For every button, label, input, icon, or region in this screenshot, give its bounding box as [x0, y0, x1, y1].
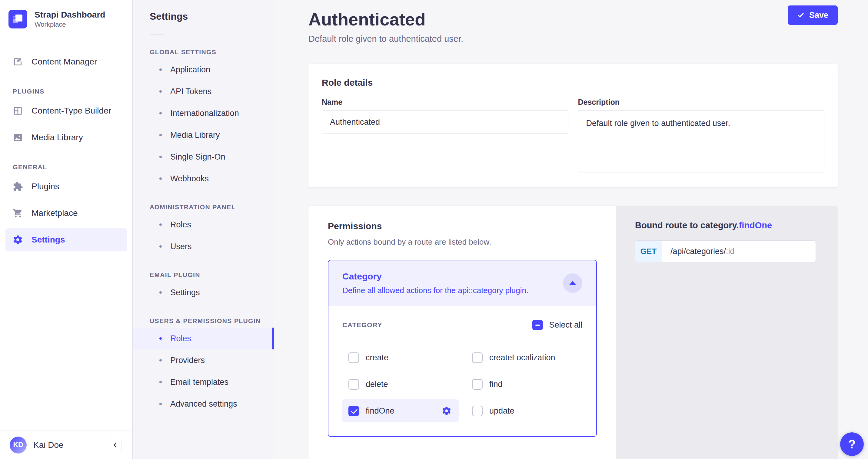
- subnav-item-application[interactable]: Application: [133, 59, 274, 80]
- bound-route-action: findOne: [739, 221, 772, 230]
- findOne-settings-button[interactable]: [442, 406, 452, 416]
- action-create-localization[interactable]: createLocalization: [466, 346, 582, 369]
- name-input[interactable]: [322, 110, 568, 134]
- name-field-group: Name: [322, 98, 568, 174]
- pen-square-icon: [13, 57, 23, 67]
- subnav-section-label: USERS & PERMISSIONS PLUGIN: [150, 317, 274, 325]
- main-sidebar: Strapi Dashboard Workplace Content Manag…: [0, 0, 133, 459]
- strapi-logo-icon: [8, 10, 27, 29]
- action-label: createLocalization: [489, 353, 555, 362]
- action-label: findOne: [366, 406, 395, 416]
- nav-item-label: Content-Type Builder: [32, 106, 111, 116]
- subnav-item-label: API Tokens: [170, 87, 212, 96]
- subnav-section-global-settings: GLOBAL SETTINGS Application API Tokens I…: [133, 48, 274, 190]
- subnav-item-label: Providers: [170, 356, 205, 365]
- collapse-accordion-button[interactable]: [563, 273, 582, 293]
- subnav-item-label: Settings: [170, 288, 200, 297]
- avatar-initials: KD: [13, 441, 23, 449]
- actions-grid: create createLocalization delete fi: [342, 346, 582, 422]
- subnav-item-label: Roles: [170, 334, 191, 343]
- permissions-card: Permissions Only actions bound by a rout…: [308, 206, 616, 459]
- action-find-one[interactable]: findOne: [342, 399, 459, 422]
- route-chip: GET /api/categories/:id: [635, 240, 816, 262]
- category-accordion-header[interactable]: Category Define all allowed actions for …: [329, 260, 596, 306]
- http-method-badge: GET: [635, 241, 662, 262]
- nav-item-content-manager[interactable]: Content Manager: [5, 50, 127, 73]
- permissions-heading: Permissions: [328, 221, 597, 232]
- action-update[interactable]: update: [466, 399, 582, 422]
- main-content: Authenticated Default role given to auth…: [274, 0, 868, 459]
- nav-item-marketplace[interactable]: Marketplace: [5, 202, 127, 225]
- subnav-section-administration-panel: ADMINISTRATION PANEL Roles Users: [133, 203, 274, 257]
- route-path-param: :id: [726, 247, 735, 256]
- subnav-item-admin-roles[interactable]: Roles: [133, 214, 274, 235]
- create-checkbox[interactable]: [348, 353, 359, 363]
- subnav-item-label: Webhooks: [170, 174, 209, 184]
- nav-item-content-type-builder[interactable]: Content-Type Builder: [5, 99, 127, 122]
- question-mark-icon: ?: [848, 437, 856, 451]
- picture-icon: [13, 132, 23, 142]
- collapse-sidebar-button[interactable]: [109, 437, 122, 453]
- find-checkbox[interactable]: [472, 379, 483, 390]
- check-icon: [797, 11, 804, 19]
- nav-item-media-library[interactable]: Media Library: [5, 126, 127, 149]
- nav-item-settings[interactable]: Settings: [5, 228, 127, 251]
- action-delete[interactable]: delete: [342, 373, 459, 396]
- route-path: /api/categories/:id: [662, 241, 743, 262]
- accordion-description: Define all allowed actions for the api::…: [342, 285, 528, 295]
- subnav-item-internationalization[interactable]: Internationalization: [133, 102, 274, 124]
- category-accordion-body: CATEGORY Select all create: [329, 306, 596, 436]
- subnav-item-admin-users[interactable]: Users: [133, 235, 274, 257]
- findOne-checkbox[interactable]: [348, 406, 359, 416]
- page-subtitle: Default role given to authenticated user…: [308, 33, 463, 44]
- nav-section-label-general: GENERAL: [13, 164, 127, 171]
- subnav-item-api-tokens[interactable]: API Tokens: [133, 80, 274, 102]
- createLocalization-checkbox[interactable]: [472, 353, 483, 363]
- workspace-switcher[interactable]: Strapi Dashboard Workplace: [0, 0, 132, 38]
- subnav-item-email-settings[interactable]: Settings: [133, 282, 274, 303]
- gear-icon: [442, 406, 452, 416]
- subnav-item-label: Application: [170, 65, 210, 74]
- nav-item-label: Content Manager: [32, 57, 97, 67]
- help-button[interactable]: ?: [840, 432, 864, 456]
- main-nav-list: Content Manager PLUGINS Content-Type Bui…: [0, 38, 132, 430]
- category-group-row: CATEGORY Select all: [342, 320, 582, 330]
- action-create[interactable]: create: [342, 346, 459, 369]
- delete-checkbox[interactable]: [348, 379, 359, 390]
- subnav-item-up-advanced-settings[interactable]: Advanced settings: [133, 393, 274, 415]
- brand-title: Strapi Dashboard: [35, 9, 105, 20]
- settings-subnav: Settings GLOBAL SETTINGS Application API…: [133, 0, 274, 459]
- bullet-icon: [159, 156, 162, 158]
- nav-item-label: Marketplace: [32, 208, 78, 218]
- update-checkbox[interactable]: [472, 406, 483, 416]
- subnav-title: Settings: [150, 10, 274, 23]
- avatar[interactable]: KD: [10, 436, 27, 454]
- subnav-section-label: EMAIL PLUGIN: [150, 271, 274, 279]
- subnav-item-single-sign-on[interactable]: Single Sign-On: [133, 146, 274, 168]
- category-group-label: CATEGORY: [342, 321, 382, 329]
- bullet-icon: [159, 359, 162, 361]
- select-all-checkbox[interactable]: [532, 320, 543, 330]
- select-all-control[interactable]: Select all: [532, 320, 582, 330]
- subnav-item-webhooks[interactable]: Webhooks: [133, 168, 274, 190]
- subnav-item-up-email-templates[interactable]: Email templates: [133, 371, 274, 393]
- bullet-icon: [159, 245, 162, 248]
- nav-item-label: Settings: [32, 235, 65, 244]
- action-find[interactable]: find: [466, 373, 582, 396]
- description-textarea[interactable]: Default role given to authenticated user…: [578, 110, 825, 173]
- bullet-icon: [159, 90, 162, 93]
- nav-item-plugins[interactable]: Plugins: [5, 175, 127, 198]
- nav-item-label: Media Library: [32, 133, 83, 142]
- subnav-item-media-library[interactable]: Media Library: [133, 124, 274, 146]
- divider: [393, 325, 522, 325]
- category-accordion: Category Define all allowed actions for …: [328, 260, 597, 437]
- bullet-icon: [159, 177, 162, 180]
- subnav-item-up-providers[interactable]: Providers: [133, 350, 274, 371]
- bullet-icon: [159, 403, 162, 405]
- save-button[interactable]: Save: [788, 5, 838, 25]
- subnav-item-up-roles[interactable]: Roles: [133, 328, 274, 350]
- bullet-icon: [159, 291, 162, 294]
- accordion-title: Category: [342, 271, 528, 282]
- action-label: find: [489, 380, 503, 389]
- subnav-item-label: Advanced settings: [170, 399, 237, 409]
